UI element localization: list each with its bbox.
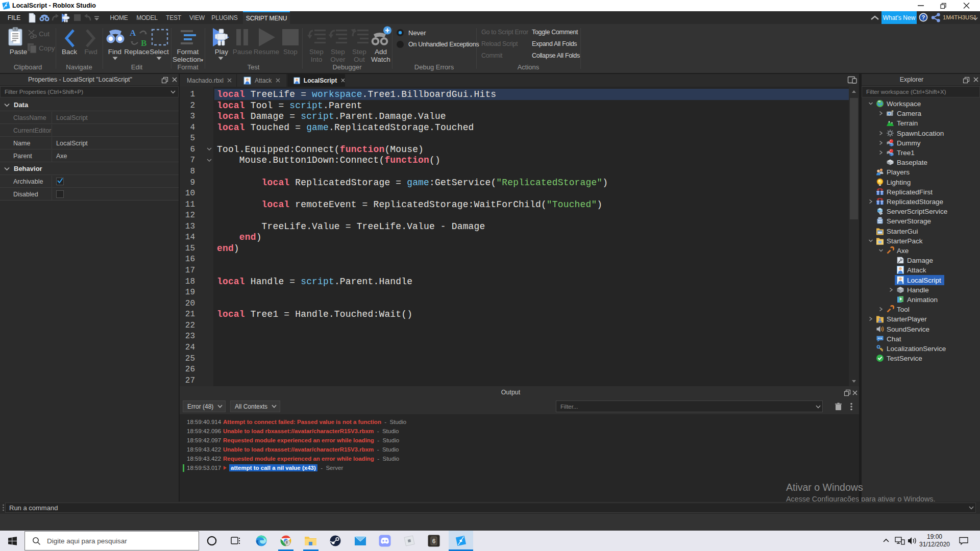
svg-text:A: A [130, 28, 136, 38]
svg-text:B: B [141, 38, 146, 47]
svg-text:?: ? [922, 14, 925, 20]
svg-text:6: 6 [432, 538, 436, 545]
